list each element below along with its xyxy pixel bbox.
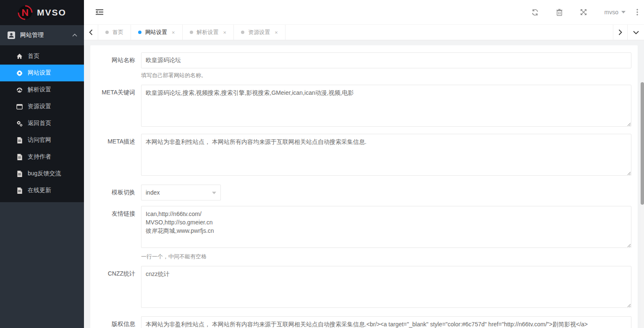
tab-status-dot bbox=[105, 31, 109, 34]
site-name-input[interactable] bbox=[141, 52, 631, 68]
window-icon bbox=[16, 103, 23, 110]
field-hint: 填写自己部署网站的名称。 bbox=[141, 72, 631, 79]
sidebar: MVSO 网站管理 首页 bbox=[0, 0, 84, 328]
tab-home[interactable]: 首页 bbox=[98, 25, 131, 40]
cogs-icon bbox=[16, 120, 23, 127]
tab-label: 解析设置 bbox=[197, 29, 219, 36]
file-icon bbox=[16, 170, 23, 177]
sidebar-item-label: 首页 bbox=[28, 52, 39, 60]
form-row-copyright: 版权信息 本网站为非盈利性站点， 本网站所有内容均来源于互联网相关站点自动搜索采… bbox=[97, 316, 631, 328]
form-row-template: 模板切换 index bbox=[97, 185, 631, 200]
field-label: 版权信息 bbox=[97, 316, 135, 328]
trash-icon[interactable] bbox=[556, 9, 563, 16]
tab-label: 网站设置 bbox=[145, 29, 167, 36]
sidebar-item-site-settings[interactable]: 网站设置 bbox=[0, 65, 84, 81]
template-select-value: index bbox=[146, 189, 160, 196]
sidebar-item-label: 资源设置 bbox=[28, 103, 51, 110]
sidebar-item-label: bug反馈交流 bbox=[28, 170, 61, 177]
sidebar-item-support-author[interactable]: 支持作者 bbox=[0, 148, 84, 165]
content-area: 网站名称 填写自己部署网站的名称。 META关键词 欧皇源码论坛,搜索,视频搜索… bbox=[84, 40, 644, 328]
sidebar-item-bug-feedback[interactable]: bug反馈交流 bbox=[0, 165, 84, 182]
tab-resource-settings[interactable]: 资源设置 × bbox=[234, 25, 285, 40]
tab-label: 资源设置 bbox=[248, 29, 270, 36]
sidebar-collapse-icon[interactable] bbox=[96, 9, 103, 16]
main-area: mvso 首页 网站设置 × 解析设置 × bbox=[84, 0, 644, 328]
chevron-up-icon bbox=[72, 34, 77, 37]
tab-close-icon[interactable]: × bbox=[223, 29, 227, 36]
field-label: 模板切换 bbox=[97, 185, 135, 196]
refresh-icon[interactable] bbox=[531, 9, 539, 16]
tabs-scroll-right-icon[interactable] bbox=[613, 25, 627, 40]
sidebar-item-label: 支持作者 bbox=[28, 153, 51, 161]
sidebar-item-back-home[interactable]: 返回首页 bbox=[0, 115, 84, 132]
sidebar-item-label: 返回首页 bbox=[28, 120, 51, 127]
field-label: META关键词 bbox=[97, 85, 135, 96]
tabs-scroll-left-icon[interactable] bbox=[84, 25, 98, 40]
sidebar-menu: 首页 网站设置 解析设置 资源设置 bbox=[0, 45, 84, 202]
template-select[interactable]: index bbox=[141, 185, 221, 200]
field-label: 网站名称 bbox=[97, 52, 135, 64]
file-icon bbox=[16, 187, 23, 194]
sidebar-item-official-site[interactable]: 访问官网 bbox=[0, 132, 84, 148]
sidebar-item-label: 访问官网 bbox=[28, 136, 51, 144]
username: mvso bbox=[605, 9, 618, 16]
tab-close-icon[interactable]: × bbox=[172, 29, 175, 36]
sidebar-item-home[interactable]: 首页 bbox=[0, 48, 84, 65]
sidebar-item-online-update[interactable]: 在线更新 bbox=[0, 182, 84, 199]
tab-bar: 首页 网站设置 × 解析设置 × 资源设置 × bbox=[84, 25, 644, 40]
form-row-site-name: 网站名称 填写自己部署网站的名称。 bbox=[97, 52, 631, 79]
tab-status-dot bbox=[241, 31, 244, 34]
form-row-friend-links: 友情链接 Ican,http://n66tv.com/ MVSO,http://… bbox=[97, 206, 631, 260]
user-badge-icon bbox=[8, 31, 15, 39]
brand-logo-icon bbox=[18, 5, 33, 20]
sidebar-item-label: 解析设置 bbox=[28, 86, 51, 94]
app-title: MVSO bbox=[37, 8, 66, 18]
form-row-meta-description: META描述 本网站为非盈利性站点， 本网站所有内容均来源于互联网相关站点自动搜… bbox=[97, 134, 631, 177]
app-logo: MVSO bbox=[0, 0, 84, 25]
copyright-textarea[interactable]: 本网站为非盈利性站点， 本网站所有内容均来源于互联网相关站点自动搜索采集信息.<… bbox=[141, 316, 631, 328]
field-label: META描述 bbox=[97, 134, 135, 146]
cnzz-textarea[interactable]: cnzz统计 bbox=[141, 266, 631, 308]
form-row-cnzz: CNZZ统计 cnzz统计 bbox=[97, 266, 631, 310]
form-row-meta-keywords: META关键词 欧皇源码论坛,搜索,视频搜索,搜索引擎,影视搜索,GMeier,… bbox=[97, 85, 631, 128]
kebab-menu-icon[interactable] bbox=[636, 9, 638, 16]
sidebar-group-label: 网站管理 bbox=[20, 31, 72, 39]
sidebar-item-parse-settings[interactable]: 解析设置 bbox=[0, 81, 84, 98]
sidebar-item-label: 网站设置 bbox=[28, 69, 51, 77]
fullscreen-icon[interactable] bbox=[580, 9, 587, 16]
meta-keywords-textarea[interactable]: 欧皇源码论坛,搜索,视频搜索,搜索引擎,影视搜索,GMeier,ican,ica… bbox=[141, 85, 631, 127]
tab-status-dot bbox=[138, 31, 141, 34]
friend-links-textarea[interactable]: Ican,http://n66tv.com/ MVSO,http://so.gm… bbox=[141, 206, 631, 248]
scrollbar-thumb[interactable] bbox=[641, 82, 644, 205]
field-label: 友情链接 bbox=[97, 206, 135, 218]
caret-down-icon bbox=[621, 11, 626, 13]
tab-parse-settings[interactable]: 解析设置 × bbox=[183, 25, 234, 40]
vertical-scrollbar bbox=[641, 81, 644, 328]
meta-description-textarea[interactable]: 本网站为非盈利性站点， 本网站所有内容均来源于互联网相关站点自动搜索采集信息. bbox=[141, 134, 631, 176]
tab-site-settings[interactable]: 网站设置 × bbox=[131, 25, 183, 40]
tab-close-icon[interactable]: × bbox=[275, 29, 278, 36]
field-label: CNZZ统计 bbox=[97, 266, 135, 278]
home-icon bbox=[16, 53, 23, 60]
gear-icon bbox=[16, 70, 23, 76]
tab-status-dot bbox=[190, 31, 193, 34]
tabs-menu-icon[interactable] bbox=[627, 25, 644, 40]
top-header: mvso bbox=[84, 0, 644, 25]
file-icon bbox=[16, 137, 23, 143]
gauge-icon bbox=[16, 86, 23, 93]
app-window: MVSO 网站管理 首页 bbox=[0, 0, 644, 328]
settings-form-card: 网站名称 填写自己部署网站的名称。 META关键词 欧皇源码论坛,搜索,视频搜索… bbox=[90, 45, 638, 328]
sidebar-item-resource-settings[interactable]: 资源设置 bbox=[0, 98, 84, 115]
tab-label: 首页 bbox=[113, 29, 123, 36]
select-caret-icon bbox=[212, 192, 216, 194]
sidebar-filler bbox=[0, 202, 84, 328]
file-icon bbox=[16, 154, 23, 160]
user-dropdown[interactable]: mvso bbox=[605, 9, 626, 16]
sidebar-item-label: 在线更新 bbox=[28, 187, 51, 194]
field-hint: 一行一个，中间不能有空格 bbox=[141, 253, 631, 260]
sidebar-group-site-management[interactable]: 网站管理 bbox=[0, 25, 84, 45]
